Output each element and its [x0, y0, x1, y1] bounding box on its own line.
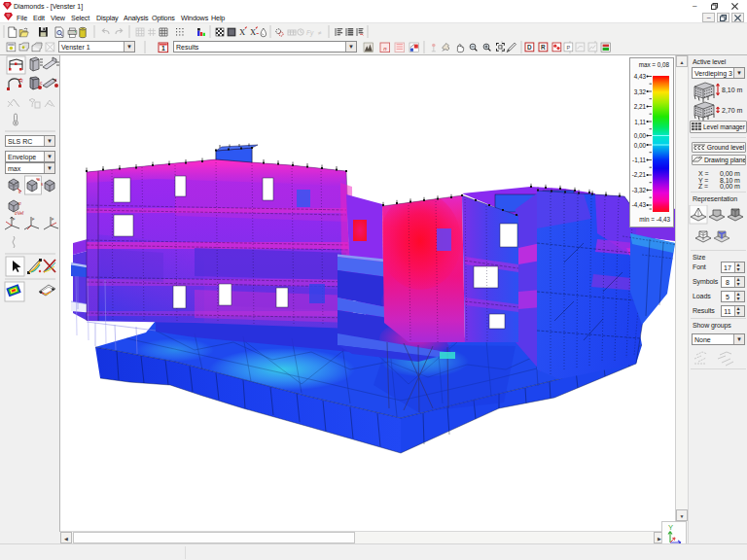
- svg-text:σVef: σVef: [15, 211, 24, 216]
- svg-text:Χ: Χ: [239, 27, 245, 37]
- svg-text:R: R: [19, 78, 23, 84]
- svg-text:-3,32: -3,32: [632, 187, 647, 193]
- svg-text:R: R: [541, 44, 546, 51]
- svg-text:max = 0,08: max = 0,08: [639, 61, 670, 68]
- svg-text:Χ: Χ: [250, 27, 256, 37]
- svg-text:P: P: [567, 45, 571, 51]
- svg-text:Fy: Fy: [306, 29, 314, 37]
- svg-text:min = -4,43: min = -4,43: [639, 216, 670, 223]
- svg-text:D: D: [527, 44, 532, 51]
- svg-text:1,11: 1,11: [634, 119, 646, 125]
- svg-text:0,00: 0,00: [634, 132, 647, 139]
- svg-text:s: s: [41, 182, 44, 187]
- svg-text:4,43: 4,43: [634, 73, 647, 80]
- svg-text:Y: Y: [668, 523, 673, 532]
- svg-text:-2,21: -2,21: [632, 171, 647, 178]
- svg-text:≠: ≠: [318, 29, 322, 36]
- svg-text:F: F: [32, 217, 35, 222]
- svg-text:-1,11: -1,11: [632, 157, 646, 163]
- svg-text:0,00: 0,00: [634, 142, 647, 149]
- svg-text:1: 1: [161, 45, 165, 52]
- svg-text:c: c: [54, 77, 57, 83]
- svg-text:F: F: [13, 217, 16, 222]
- svg-text:8,10 m: 8,10 m: [722, 87, 743, 93]
- svg-text:c: c: [40, 80, 43, 86]
- svg-text:-4,43: -4,43: [632, 201, 647, 208]
- svg-text:F: F: [52, 217, 54, 222]
- svg-text:s: s: [18, 190, 21, 194]
- svg-text:2,70 m: 2,70 m: [722, 107, 743, 114]
- svg-text:σ: σ: [18, 201, 21, 206]
- svg-text:3,32: 3,32: [634, 88, 647, 95]
- svg-text:2,21: 2,21: [634, 103, 647, 110]
